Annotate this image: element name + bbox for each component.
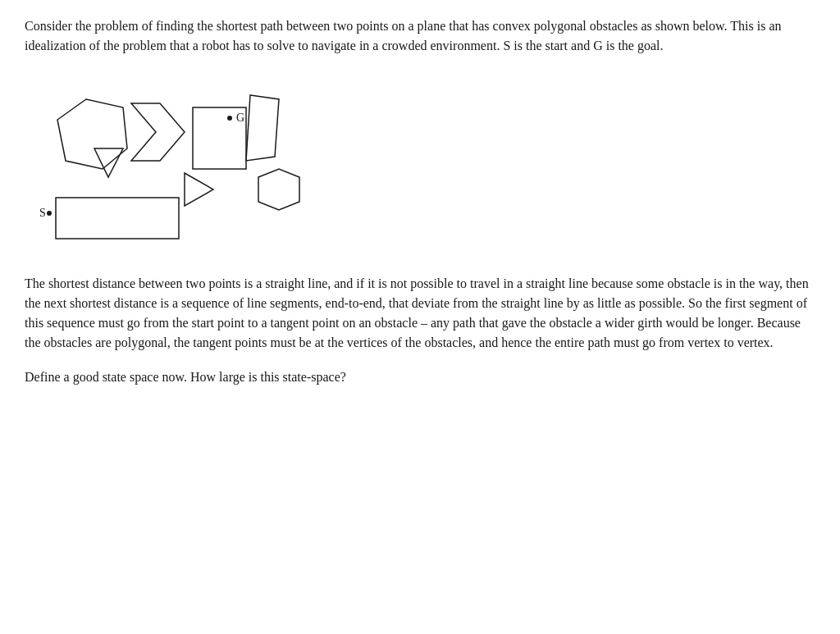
obstacle-rect-bottom	[56, 198, 179, 239]
g-label: G	[236, 112, 244, 124]
obstacle-pentagon	[57, 99, 127, 169]
paragraph-2: The shortest distance between two points…	[25, 274, 812, 353]
obstacles-diagram: S G	[25, 71, 435, 259]
obstacle-quad	[246, 95, 279, 161]
obstacle-arrow	[131, 103, 185, 161]
s-dot	[47, 211, 52, 216]
s-label: S	[39, 207, 46, 219]
obstacle-triangle-small	[94, 148, 123, 177]
content-area: Consider the problem of finding the shor…	[25, 16, 812, 387]
paragraph-1: Consider the problem of finding the shor…	[25, 16, 812, 56]
obstacle-triangle-right	[185, 173, 213, 206]
diagram-container: S G	[25, 71, 435, 259]
obstacle-hexagon	[258, 169, 299, 210]
paragraph-3: Define a good state space now. How large…	[25, 367, 812, 387]
g-dot	[227, 116, 232, 121]
